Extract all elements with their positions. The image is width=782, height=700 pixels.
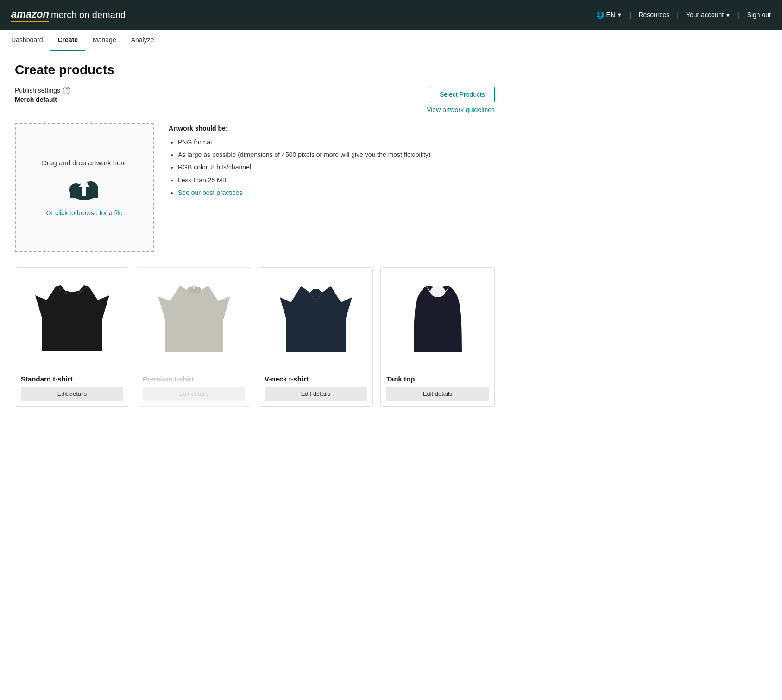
nav-divider-3: | <box>738 11 740 19</box>
svg-marker-7 <box>158 285 230 352</box>
globe-icon: 🌐 <box>596 11 604 19</box>
product-image-vneck <box>259 268 372 369</box>
account-dropdown-arrow: ▼ <box>725 12 731 18</box>
product-card-premium: Premium t-shirt Edit details <box>137 267 251 407</box>
edit-details-standard[interactable]: Edit details <box>21 387 123 401</box>
best-practices-link[interactable]: See our best practices <box>178 189 242 196</box>
premium-tshirt-svg <box>152 277 236 360</box>
vneck-tshirt-svg <box>274 277 358 360</box>
publish-row: Publish settings ? Merch default Select … <box>15 87 495 113</box>
products-grid: Standard t-shirt Edit details Premium t-… <box>15 267 495 407</box>
merch-logo: merch on demand <box>51 10 126 20</box>
product-name-tank: Tank top <box>381 369 494 387</box>
view-artwork-guidelines-link[interactable]: View artwork guidelines <box>427 106 495 113</box>
cloud-upload-svg <box>68 174 101 202</box>
edit-details-tank[interactable]: Edit details <box>386 387 489 401</box>
artwork-requirement-2: As large as possible (dimensions of 4500… <box>178 149 495 161</box>
svg-marker-5 <box>35 286 109 351</box>
main-content: Create products Publish settings ? Merch… <box>0 51 510 418</box>
subnav-manage[interactable]: Manage <box>85 30 124 51</box>
svg-rect-9 <box>193 285 195 289</box>
product-name-vneck: V-neck t-shirt <box>259 369 372 387</box>
artwork-info: Artwork should be: PNG format As large a… <box>169 123 495 252</box>
product-card-standard: Standard t-shirt Edit details <box>15 267 129 407</box>
product-image-standard <box>15 268 129 369</box>
subnav-create[interactable]: Create <box>50 30 86 51</box>
product-card-tank: Tank top Edit details <box>380 267 495 407</box>
upload-dropzone[interactable]: Drag and drop artwork here Or click to b… <box>15 123 154 252</box>
subnav: Dashboard Create Manage Analyze <box>0 30 782 51</box>
product-image-tank <box>381 268 494 369</box>
your-account-link[interactable]: Your account ▼ <box>686 11 731 19</box>
publish-value: Merch default <box>15 96 70 103</box>
artwork-requirements-list: PNG format As large as possible (dimensi… <box>169 137 495 199</box>
artwork-requirement-3: RGB color, 8 bits/channel <box>178 162 495 173</box>
product-name-standard: Standard t-shirt <box>15 369 129 387</box>
subnav-dashboard[interactable]: Dashboard <box>11 30 50 51</box>
tank-top-svg <box>396 277 479 360</box>
artwork-requirement-4: Less than 25 MB <box>178 175 495 186</box>
product-name-premium: Premium t-shirt <box>137 369 251 387</box>
select-products-button[interactable]: Select Products <box>430 87 495 102</box>
language-selector[interactable]: 🌐 EN ▼ <box>596 11 622 19</box>
subnav-analyze[interactable]: Analyze <box>124 30 162 51</box>
amazon-logo: amazon <box>11 8 49 22</box>
publish-left: Publish settings ? Merch default <box>15 87 70 103</box>
artwork-best-practices: See our best practices <box>178 187 495 199</box>
lang-label: EN <box>606 11 615 19</box>
browse-file-link[interactable]: Or click to browse for a file <box>46 209 123 217</box>
svg-point-12 <box>430 286 445 297</box>
page-title: Create products <box>15 62 495 77</box>
nav-divider-1: | <box>630 11 631 19</box>
header: amazon merch on demand 🌐 EN ▼ | Resource… <box>0 0 782 30</box>
publish-right: Select Products View artwork guidelines <box>427 87 495 113</box>
header-nav: 🌐 EN ▼ | Resources | Your account ▼ | Si… <box>596 11 771 19</box>
nav-divider-2: | <box>677 11 679 19</box>
edit-details-premium: Edit details <box>143 387 245 401</box>
artwork-requirement-1: PNG format <box>178 137 495 148</box>
upload-cloud-icon <box>68 174 101 202</box>
upload-section: Drag and drop artwork here Or click to b… <box>15 123 495 252</box>
publish-help-icon[interactable]: ? <box>63 87 70 94</box>
artwork-info-title: Artwork should be: <box>169 125 495 132</box>
standard-tshirt-svg <box>31 277 114 360</box>
product-image-premium <box>137 268 251 369</box>
edit-details-vneck[interactable]: Edit details <box>265 387 367 401</box>
publish-label: Publish settings ? <box>15 87 70 94</box>
lang-dropdown-arrow: ▼ <box>617 12 622 18</box>
logo: amazon merch on demand <box>11 8 126 22</box>
sign-out-link[interactable]: Sign out <box>747 11 771 19</box>
product-card-vneck: V-neck t-shirt Edit details <box>259 267 373 407</box>
drag-drop-text: Drag and drop artwork here <box>42 159 126 167</box>
resources-link[interactable]: Resources <box>638 11 669 19</box>
